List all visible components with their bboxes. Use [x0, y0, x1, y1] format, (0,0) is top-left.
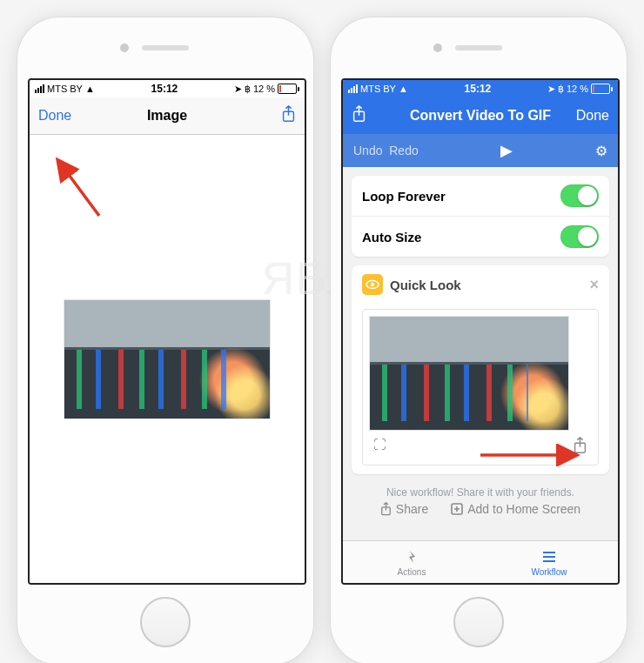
auto-size-toggle[interactable] — [560, 225, 599, 248]
options-card: Loop Forever Auto Size — [352, 176, 609, 257]
signal-icon — [35, 84, 44, 93]
quick-look-share-icon[interactable] — [573, 437, 587, 458]
quick-look-image — [370, 317, 568, 430]
image-viewer[interactable] — [30, 135, 305, 583]
wifi-icon: ▲ — [399, 84, 408, 94]
battery-pct: 12 % — [567, 84, 588, 94]
screen-right: MTS BY ▲ 15:12 ➤ ฿ 12 % Convert Video To… — [341, 78, 620, 585]
battery-icon — [278, 84, 299, 94]
phone-left: MTS BY ▲ 15:12 ➤ ฿ 12 % Done Image — [17, 17, 313, 663]
share-button[interactable]: Share — [380, 502, 428, 516]
status-bar: MTS BY ▲ 15:12 ➤ ฿ 12 % — [343, 80, 618, 97]
preview-image — [64, 300, 270, 419]
workflow-content[interactable]: Loop Forever Auto Size Quick Look × — [343, 167, 618, 540]
play-icon[interactable]: ▶ — [500, 142, 513, 159]
status-bar: MTS BY ▲ 15:12 ➤ ฿ 12 % — [30, 80, 305, 97]
svg-rect-8 — [543, 552, 555, 553]
quick-look-card: Quick Look × ⛶ — [352, 265, 609, 474]
tab-actions-label: Actions — [398, 567, 426, 577]
eye-icon — [362, 274, 383, 295]
quick-look-label: Quick Look — [390, 278, 461, 292]
done-button[interactable]: Done — [38, 108, 71, 124]
tab-workflow-label: Workflow — [532, 567, 567, 577]
svg-point-4 — [371, 283, 374, 286]
phone-right: MTS BY ▲ 15:12 ➤ ฿ 12 % Convert Video To… — [331, 17, 627, 663]
phone-speaker — [455, 45, 502, 50]
carrier-label: MTS BY — [360, 84, 396, 94]
loop-forever-row[interactable]: Loop Forever — [352, 176, 609, 216]
status-time: 15:12 — [151, 83, 178, 95]
status-time: 15:12 — [465, 83, 492, 95]
loop-forever-toggle[interactable] — [560, 184, 599, 207]
share-icon[interactable] — [352, 105, 366, 126]
location-icon: ➤ — [234, 84, 242, 95]
svg-rect-9 — [543, 556, 555, 558]
phone-speaker — [142, 45, 189, 50]
undo-button[interactable]: Undo — [353, 144, 382, 157]
add-home-label: Add to Home Screen — [467, 502, 580, 516]
bluetooth-icon: ฿ — [558, 84, 564, 95]
navbar: Convert Video To GIF Done — [343, 97, 618, 134]
redo-button[interactable]: Redo — [389, 144, 418, 157]
share-label: Share — [396, 502, 428, 516]
done-button[interactable]: Done — [576, 108, 609, 124]
tab-workflow[interactable]: Workflow — [480, 541, 618, 583]
battery-icon — [591, 84, 613, 94]
wifi-icon: ▲ — [85, 84, 95, 94]
home-button[interactable] — [453, 597, 504, 647]
tab-actions[interactable]: Actions — [343, 541, 480, 583]
close-icon[interactable]: × — [589, 276, 599, 294]
phone-camera — [433, 44, 442, 52]
signal-icon — [348, 84, 358, 93]
svg-rect-10 — [543, 560, 555, 562]
expand-icon[interactable]: ⛶ — [373, 437, 386, 458]
loop-forever-label: Loop Forever — [362, 189, 446, 204]
auto-size-row[interactable]: Auto Size — [352, 216, 609, 257]
bluetooth-icon: ฿ — [245, 84, 251, 95]
carrier-label: MTS BY — [47, 84, 83, 94]
nav-title: Convert Video To GIF — [397, 108, 564, 124]
nav-title: Image — [84, 108, 251, 124]
home-button[interactable] — [140, 597, 191, 647]
share-icon[interactable] — [281, 105, 296, 126]
battery-pct: 12 % — [253, 84, 275, 94]
add-home-button[interactable]: Add to Home Screen — [451, 502, 580, 516]
editor-toolbar: Undo Redo ▶ ⚙ — [343, 134, 618, 167]
gear-icon[interactable]: ⚙ — [595, 143, 607, 159]
tab-bar: Actions Workflow — [343, 540, 618, 583]
phone-camera — [120, 44, 129, 52]
auto-size-label: Auto Size — [362, 230, 421, 244]
navbar: Done Image — [30, 97, 305, 135]
screen-left: MTS BY ▲ 15:12 ➤ ฿ 12 % Done Image — [28, 78, 306, 585]
share-row: Share Add to Home Screen — [343, 502, 618, 523]
share-hint: Nice workflow! Share it with your friend… — [343, 483, 618, 502]
location-icon: ➤ — [547, 84, 555, 95]
quick-look-frame: ⛶ — [362, 309, 599, 465]
